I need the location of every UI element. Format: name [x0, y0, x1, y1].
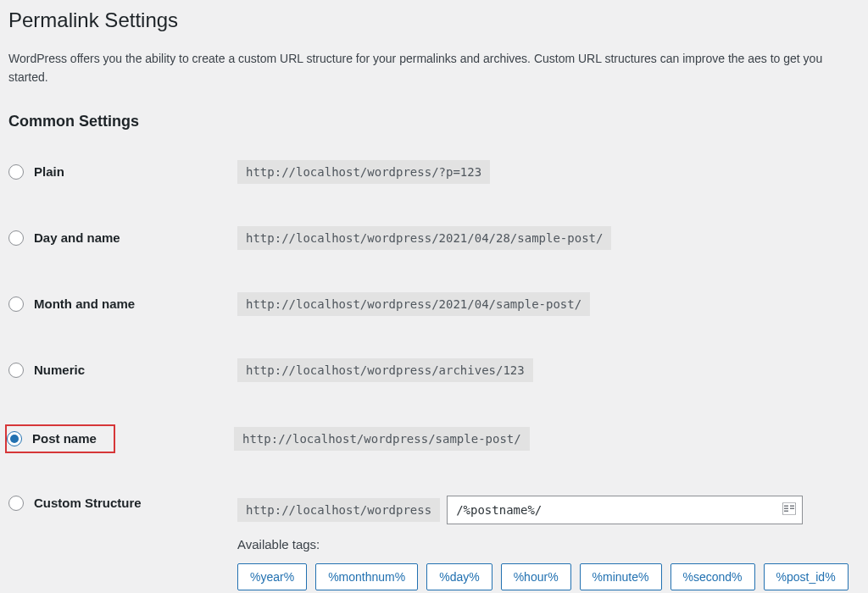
radio-plain[interactable] — [8, 164, 24, 180]
option-post-name: Post name http://localhost/wordpress/sam… — [8, 424, 860, 453]
url-day-name: http://localhost/wordpress/2021/04/28/sa… — [237, 226, 611, 250]
url-numeric: http://localhost/wordpress/archives/123 — [237, 358, 533, 382]
svg-rect-3 — [784, 510, 788, 512]
available-tags-label: Available tags: — [237, 537, 860, 551]
page-description: WordPress offers you the ability to crea… — [8, 49, 860, 87]
svg-rect-1 — [784, 505, 788, 507]
form-fill-icon — [782, 502, 796, 517]
label-custom: Custom Structure — [34, 496, 142, 510]
option-month-name: Month and name http://localhost/wordpres… — [8, 292, 860, 316]
tag-year[interactable]: %year% — [237, 563, 307, 590]
tag-second[interactable]: %second% — [670, 563, 755, 590]
tag-hour[interactable]: %hour% — [501, 563, 571, 590]
tag-post-id[interactable]: %post_id% — [764, 563, 849, 590]
label-plain: Plain — [34, 164, 64, 179]
custom-url-prefix: http://localhost/wordpress — [237, 498, 440, 522]
tags-row: %year% %monthnum% %day% %hour% %minute% … — [237, 563, 860, 590]
label-numeric: Numeric — [34, 363, 85, 377]
tag-monthnum[interactable]: %monthnum% — [315, 563, 418, 590]
url-month-name: http://localhost/wordpress/2021/04/sampl… — [237, 292, 590, 316]
available-tags-section: Available tags: %year% %monthnum% %day% … — [237, 537, 860, 590]
svg-rect-5 — [790, 507, 794, 509]
tag-day[interactable]: %day% — [426, 563, 492, 590]
radio-day-name[interactable] — [8, 230, 24, 246]
option-plain: Plain http://localhost/wordpress/?p=123 — [8, 160, 860, 184]
label-post-name: Post name — [32, 431, 97, 446]
option-custom-structure: Custom Structure http://localhost/wordpr… — [8, 496, 860, 524]
option-numeric: Numeric http://localhost/wordpress/archi… — [8, 358, 860, 382]
tag-minute[interactable]: %minute% — [580, 563, 662, 590]
custom-structure-input[interactable] — [447, 496, 803, 524]
label-day-name: Day and name — [34, 230, 120, 245]
common-settings-heading: Common Settings — [8, 113, 860, 130]
radio-numeric[interactable] — [8, 363, 24, 378]
radio-post-name[interactable] — [7, 431, 22, 446]
svg-rect-2 — [784, 507, 788, 509]
svg-rect-4 — [790, 505, 794, 507]
label-month-name: Month and name — [34, 296, 135, 311]
url-plain: http://localhost/wordpress/?p=123 — [237, 160, 490, 184]
option-day-name: Day and name http://localhost/wordpress/… — [8, 226, 860, 250]
page-title: Permalink Settings — [8, 8, 860, 32]
radio-month-name[interactable] — [8, 296, 24, 312]
url-post-name: http://localhost/wordpress/sample-post/ — [234, 427, 530, 451]
radio-custom[interactable] — [8, 496, 24, 511]
